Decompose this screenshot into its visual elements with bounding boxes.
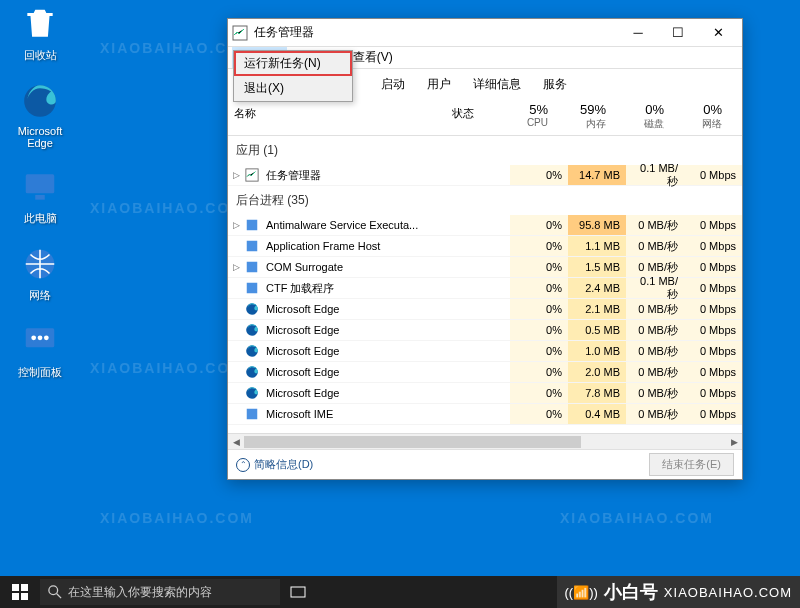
svg-rect-23	[21, 593, 28, 600]
control-panel-icon	[20, 321, 60, 361]
end-task-button[interactable]: 结束任务(E)	[649, 453, 734, 476]
search-icon	[48, 585, 62, 599]
cell-cpu: 0%	[510, 257, 568, 277]
desktop-icon-this-pc[interactable]: 此电脑	[4, 167, 76, 226]
process-name: Microsoft Edge	[264, 303, 462, 315]
cell-cpu: 0%	[510, 165, 568, 185]
chevron-up-icon: ⌃	[236, 458, 250, 472]
cell-cpu: 0%	[510, 320, 568, 340]
cell-disk: 0.1 MB/秒	[626, 165, 684, 185]
desktop-icon-network[interactable]: 网络	[4, 244, 76, 303]
menu-view[interactable]: 查看(V)	[345, 47, 401, 68]
menu-run-new-task[interactable]: 运行新任务(N)	[234, 51, 352, 76]
scroll-left-icon[interactable]: ◀	[228, 437, 244, 447]
cell-cpu: 0%	[510, 278, 568, 298]
svg-rect-2	[35, 195, 45, 200]
column-cpu[interactable]: 5%CPU	[496, 98, 554, 135]
table-row[interactable]: Microsoft Edge 0% 2.1 MB 0 MB/秒 0 Mbps	[228, 299, 742, 320]
column-memory[interactable]: 59%内存	[554, 98, 612, 135]
svg-rect-12	[247, 262, 258, 273]
column-disk[interactable]: 0%磁盘	[612, 98, 670, 135]
cell-network: 0 Mbps	[684, 404, 742, 424]
scrollbar-thumb[interactable]	[244, 436, 581, 448]
process-icon	[244, 385, 260, 401]
cell-network: 0 Mbps	[684, 165, 742, 185]
svg-rect-11	[247, 241, 258, 252]
close-button[interactable]: ✕	[698, 19, 738, 47]
cell-network: 0 Mbps	[684, 257, 742, 277]
menu-exit[interactable]: 退出(X)	[234, 76, 352, 101]
maximize-button[interactable]: ☐	[658, 19, 698, 47]
tab-services[interactable]: 服务	[532, 71, 578, 98]
desktop-icon-label: 网络	[29, 288, 51, 303]
cell-cpu: 0%	[510, 341, 568, 361]
taskbar-search[interactable]: 在这里输入你要搜索的内容	[40, 579, 280, 605]
watermark: XIAOBAIHAO.COM	[90, 360, 244, 376]
table-body[interactable]: 应用 (1) ▷ 任务管理器 0% 14.7 MB 0.1 MB/秒 0 Mbp…	[228, 136, 742, 433]
cell-status	[462, 383, 510, 403]
cell-network: 0 Mbps	[684, 278, 742, 298]
cell-disk: 0 MB/秒	[626, 383, 684, 403]
cell-network: 0 Mbps	[684, 215, 742, 235]
tab-details[interactable]: 详细信息	[462, 71, 532, 98]
minimize-button[interactable]: ─	[618, 19, 658, 47]
desktop-icon-recycle-bin[interactable]: 回收站	[4, 4, 76, 63]
cell-memory: 14.7 MB	[568, 165, 626, 185]
process-icon	[244, 259, 260, 275]
svg-rect-13	[247, 283, 258, 294]
table-row[interactable]: ▷ Antimalware Service Executa... 0% 95.8…	[228, 215, 742, 236]
process-name: Microsoft Edge	[264, 345, 462, 357]
column-name[interactable]: 名称	[228, 98, 448, 135]
cell-memory: 2.4 MB	[568, 278, 626, 298]
process-icon	[244, 364, 260, 380]
cell-status	[462, 362, 510, 382]
process-name: Microsoft IME	[264, 408, 462, 420]
cell-cpu: 0%	[510, 404, 568, 424]
process-name: CTF 加载程序	[264, 281, 462, 296]
column-status[interactable]: 状态	[448, 98, 496, 135]
svg-rect-19	[247, 409, 258, 420]
svg-line-25	[57, 594, 61, 598]
table-row[interactable]: Microsoft Edge 0% 2.0 MB 0 MB/秒 0 Mbps	[228, 362, 742, 383]
cell-status	[462, 236, 510, 256]
cell-cpu: 0%	[510, 215, 568, 235]
table-row[interactable]: ▷ 任务管理器 0% 14.7 MB 0.1 MB/秒 0 Mbps	[228, 165, 742, 186]
watermark: XIAOBAIHAO.COM	[100, 510, 254, 526]
expand-icon[interactable]: ▷	[228, 262, 244, 272]
table-row[interactable]: Application Frame Host 0% 1.1 MB 0 MB/秒 …	[228, 236, 742, 257]
cell-network: 0 Mbps	[684, 383, 742, 403]
desktop-icon-edge[interactable]: Microsoft Edge	[4, 81, 76, 149]
start-button[interactable]	[0, 576, 40, 608]
cell-network: 0 Mbps	[684, 236, 742, 256]
cell-memory: 1.0 MB	[568, 341, 626, 361]
tab-startup[interactable]: 启动	[370, 71, 416, 98]
windows-icon	[12, 584, 28, 600]
watermark-brand: 小白号	[604, 580, 658, 604]
process-name: Application Frame Host	[264, 240, 462, 252]
tab-users[interactable]: 用户	[416, 71, 462, 98]
expand-icon[interactable]: ▷	[228, 170, 244, 180]
desktop-icon-label: 此电脑	[24, 211, 57, 226]
scroll-right-icon[interactable]: ▶	[726, 437, 742, 447]
watermark: XIAOBAIHAO.COM	[560, 510, 714, 526]
table-row[interactable]: Microsoft Edge 0% 7.8 MB 0 MB/秒 0 Mbps	[228, 383, 742, 404]
table-row[interactable]: Microsoft Edge 0% 0.5 MB 0 MB/秒 0 Mbps	[228, 320, 742, 341]
column-network[interactable]: 0%网络	[670, 98, 728, 135]
svg-rect-22	[12, 593, 19, 600]
cell-memory: 95.8 MB	[568, 215, 626, 235]
network-icon	[20, 244, 60, 284]
table-row[interactable]: Microsoft Edge 0% 1.0 MB 0 MB/秒 0 Mbps	[228, 341, 742, 362]
table-row[interactable]: CTF 加载程序 0% 2.4 MB 0.1 MB/秒 0 Mbps	[228, 278, 742, 299]
table-row[interactable]: Microsoft IME 0% 0.4 MB 0 MB/秒 0 Mbps	[228, 404, 742, 425]
process-icon	[244, 301, 260, 317]
taskbar-taskview[interactable]	[280, 576, 316, 608]
process-name: Microsoft Edge	[264, 324, 462, 336]
cell-memory: 7.8 MB	[568, 383, 626, 403]
cell-cpu: 0%	[510, 236, 568, 256]
desktop-icon-control-panel[interactable]: 控制面板	[4, 321, 76, 380]
expand-icon[interactable]: ▷	[228, 220, 244, 230]
cell-status	[462, 320, 510, 340]
fewer-details-link[interactable]: ⌃ 简略信息(D)	[236, 457, 313, 472]
horizontal-scrollbar[interactable]: ◀ ▶	[228, 433, 742, 449]
title-bar[interactable]: 任务管理器 ─ ☐ ✕	[228, 19, 742, 47]
